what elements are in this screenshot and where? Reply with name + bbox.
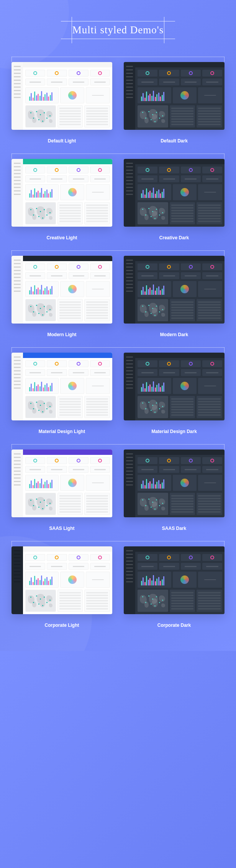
thumb-header	[23, 159, 112, 164]
demo-item: Corporate Dark	[124, 546, 225, 628]
world-map-icon	[138, 105, 168, 128]
thumb-main	[135, 256, 225, 324]
world-map-icon	[138, 299, 168, 321]
thumb-header	[23, 256, 112, 261]
thumb-main	[23, 546, 112, 614]
demo-item: Creative Light	[11, 159, 112, 240]
thumb-main	[135, 62, 225, 130]
demo-item: Modern Dark	[124, 256, 225, 337]
thumb-sidebar	[124, 62, 135, 130]
demo-label: Default Dark	[124, 138, 225, 144]
thumb-main	[135, 546, 225, 614]
radar-icon	[68, 575, 77, 584]
world-map-icon	[26, 590, 56, 611]
thumb-main	[23, 159, 112, 227]
world-map-icon	[26, 396, 56, 418]
demo-label: Corporate Light	[11, 623, 112, 628]
thumb-sidebar	[124, 256, 135, 324]
page-title: Multi styled Demo's	[72, 24, 164, 36]
demo-thumbnail[interactable]	[124, 62, 225, 130]
thumb-header	[23, 546, 112, 552]
thumb-main	[135, 159, 225, 227]
thumb-header	[135, 546, 225, 552]
world-map-icon	[138, 396, 168, 418]
radar-icon	[180, 285, 189, 293]
demo-thumbnail[interactable]	[124, 546, 225, 614]
thumb-sidebar	[124, 546, 135, 614]
demo-label: Modern Dark	[124, 332, 225, 337]
thumb-main	[23, 62, 112, 130]
thumb-main	[23, 353, 112, 420]
thumb-main	[23, 256, 112, 324]
thumb-sidebar	[124, 353, 135, 420]
demo-thumbnail[interactable]	[11, 546, 112, 614]
title-section: Multi styled Demo's	[0, 0, 236, 62]
demo-label: SAAS Light	[11, 526, 112, 531]
demo-label: Creative Dark	[124, 235, 225, 240]
demo-label: Corporate Dark	[124, 623, 225, 628]
demo-thumbnail[interactable]	[124, 450, 225, 517]
radar-icon	[180, 479, 189, 487]
thumb-main	[23, 450, 112, 517]
world-map-icon	[138, 202, 168, 224]
demo-thumbnail[interactable]	[11, 256, 112, 324]
world-map-icon	[26, 106, 56, 127]
demo-thumbnail[interactable]	[124, 353, 225, 420]
thumb-header	[23, 62, 112, 67]
title-frame: Multi styled Demo's	[61, 21, 175, 39]
thumb-sidebar	[124, 450, 135, 517]
radar-icon	[68, 285, 77, 293]
thumb-header	[135, 159, 225, 164]
demo-grid: Default Light	[0, 62, 236, 628]
demo-item: SAAS Dark	[124, 450, 225, 531]
thumb-sidebar	[11, 159, 23, 227]
thumb-header	[135, 353, 225, 358]
radar-icon	[180, 91, 189, 100]
demo-thumbnail[interactable]	[11, 353, 112, 420]
thumb-sidebar	[11, 353, 23, 420]
thumb-header	[135, 256, 225, 261]
world-map-icon	[138, 493, 168, 515]
radar-icon	[180, 188, 189, 196]
row-connector	[11, 57, 225, 57]
thumb-header	[23, 450, 112, 455]
thumb-sidebar	[11, 256, 23, 324]
demo-label: Default Light	[11, 138, 112, 144]
world-map-icon	[26, 203, 56, 224]
radar-icon	[68, 91, 77, 100]
thumb-main	[135, 353, 225, 420]
demo-item: Default Light	[11, 62, 112, 144]
demo-thumbnail[interactable]	[11, 62, 112, 130]
thumb-sidebar	[11, 546, 23, 614]
radar-icon	[68, 382, 77, 390]
thumb-main	[135, 450, 225, 517]
radar-icon	[68, 188, 77, 196]
world-map-icon	[26, 493, 56, 515]
demo-thumbnail[interactable]	[11, 450, 112, 517]
demo-thumbnail[interactable]	[124, 256, 225, 324]
demo-item: Material Design Light	[11, 353, 112, 434]
demo-item: Default Dark	[124, 62, 225, 144]
world-map-icon	[138, 590, 168, 612]
radar-icon	[68, 479, 77, 487]
demo-item: Creative Dark	[124, 159, 225, 240]
demo-item: Corporate Light	[11, 546, 112, 628]
radar-icon	[180, 575, 189, 584]
thumb-sidebar	[11, 62, 23, 130]
thumb-header	[135, 450, 225, 455]
demo-label: SAAS Dark	[124, 526, 225, 531]
demo-thumbnail[interactable]	[11, 159, 112, 227]
world-map-icon	[26, 299, 56, 321]
demo-thumbnail[interactable]	[124, 159, 225, 227]
demo-item: Modern Light	[11, 256, 112, 337]
demo-label: Creative Light	[11, 235, 112, 240]
demo-item: Material Design Dark	[124, 353, 225, 434]
thumb-sidebar	[124, 159, 135, 227]
demo-label: Modern Light	[11, 332, 112, 337]
thumb-sidebar	[11, 450, 23, 517]
demo-label: Material Design Light	[11, 429, 112, 434]
radar-icon	[180, 382, 189, 390]
thumb-header	[23, 353, 112, 358]
demo-label: Material Design Dark	[124, 429, 225, 434]
demo-item: SAAS Light	[11, 450, 112, 531]
